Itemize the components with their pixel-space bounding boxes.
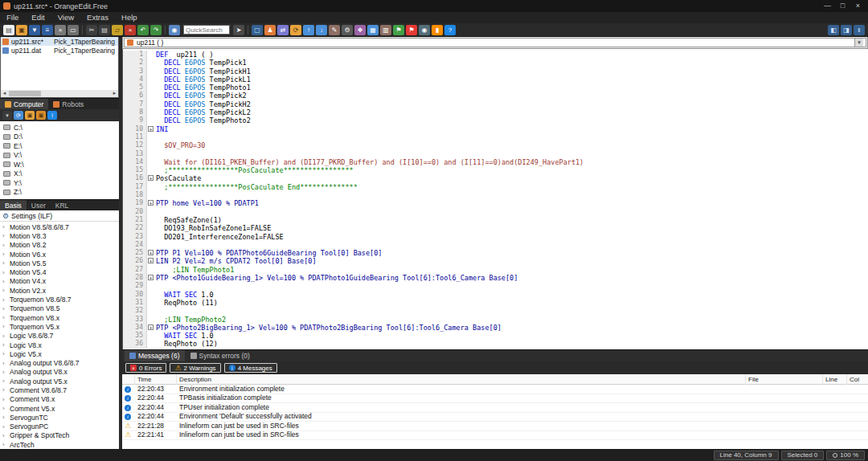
tab-basis[interactable]: Basis [0,200,27,211]
tab-user[interactable]: User [27,200,51,211]
download-icon[interactable]: ↓ [316,25,327,35]
ilf-tree-item[interactable]: ›Motion V4.x [0,277,119,286]
message-row[interactable]: ⚠22:21:28Inlineform can just be used in … [122,422,868,431]
message-row[interactable]: i22:20:44TPUser initialization complete [122,403,868,413]
cut-icon[interactable]: ✂ [86,25,97,35]
ilf-tree-item[interactable]: ›Motion V5.5 [0,259,119,267]
ilf-tree-item[interactable]: ›Gripper & SpotTech [0,431,119,440]
help-icon[interactable]: ? [444,25,456,35]
ilf-tree-item[interactable]: ›Torquemon V5.x [0,322,119,331]
scrollbar-track[interactable] [8,90,111,97]
paste-icon[interactable]: ▱ [112,25,123,35]
fold-toggle-icon[interactable]: + [148,324,154,330]
close-file-icon[interactable]: × [55,25,66,35]
ilf-tree-item[interactable]: ›Torquemon V8.5 [0,304,119,313]
scroll-left-icon[interactable]: ◄ [1,90,8,97]
fold-toggle-icon[interactable]: + [148,258,154,263]
find-icon[interactable]: ◉ [169,25,180,35]
column-header-line[interactable]: Line [823,374,847,385]
open-file-row[interactable]: up211.src*Pick_1TaperBearing [1,37,118,46]
save-all-icon[interactable]: ≡ [42,25,53,35]
menu-edit[interactable]: Edit [25,12,51,23]
ilf-tree-item[interactable]: ›Analog output V5.x [0,377,119,386]
message-row[interactable]: i22:20:44TPBasis initialization complete [122,394,868,404]
drive-item[interactable]: V:\ [0,151,119,161]
copy-icon[interactable]: ▤ [99,25,110,35]
fold-toggle-icon[interactable]: + [148,250,154,255]
fold-toggle-icon[interactable]: + [148,126,154,132]
fold-toggle-icon[interactable]: + [148,200,154,206]
menu-extras[interactable]: Extras [80,12,115,23]
folder-up-icon[interactable]: ▣ [25,111,35,120]
split-right-icon[interactable]: ◨ [841,25,852,35]
compare-files-icon[interactable]: ⇄ [277,25,289,35]
document-selector[interactable]: up211 ( ) ▾ [124,38,866,47]
ilf-tree-item[interactable]: ›Motion V2.x [0,286,119,295]
flag-green-icon[interactable]: ⚑ [393,25,404,35]
delete-icon[interactable]: × [125,25,136,35]
ilf-tree-item[interactable]: ›Torquemon V8.x [0,313,119,322]
ilf-tree-item[interactable]: ›Analog output V8.x [0,368,119,377]
menu-help[interactable]: Help [115,12,144,23]
sync-folder-icon[interactable]: ⟳ [290,25,301,35]
column-header-file[interactable]: File [746,374,823,385]
fold-toggle-icon[interactable]: + [148,175,154,181]
ilf-tree-item[interactable]: ›ServogunPC [0,422,119,431]
print-icon[interactable]: ▭ [68,25,79,35]
plugin-icon[interactable]: ❖ [354,25,366,35]
path-dropdown[interactable]: ▾ [2,111,12,120]
filter-info-button[interactable]: i4 Messages [224,363,277,373]
search-go-icon[interactable]: ➤ [233,25,244,35]
message-row[interactable]: i22:20:44Environment 'Default' successfu… [122,413,868,422]
ilf-tree-item[interactable]: ›Logic V8.x [0,341,119,349]
camera-icon[interactable]: ◉ [419,25,430,35]
filter-warning-button[interactable]: ⚠2 Warnings [170,363,220,373]
column-header-time[interactable]: Time [135,374,177,385]
monitor-icon[interactable]: ▢ [252,25,263,35]
tab-syntax[interactable]: Syntax errors (0) [186,350,255,361]
split-left-icon[interactable]: ◧ [828,25,839,35]
quicksearch-input[interactable] [183,25,230,35]
robot-icon[interactable]: ♟ [264,25,276,35]
undo-icon[interactable]: ↶ [137,25,149,35]
chevron-down-icon[interactable]: ▾ [854,39,863,47]
ilf-tree-item[interactable]: ›Motion V6.x [0,250,119,259]
menu-file[interactable]: File [0,12,25,23]
ilf-tree-item[interactable]: ›Logic V5.x [0,349,119,358]
drive-item[interactable]: D:\ [0,133,119,142]
open-file-row[interactable]: up211.datPick_1TaperBearing [1,46,118,55]
close-button[interactable]: × [851,1,865,11]
ilf-tree-item[interactable]: ›Comment V5.x [0,404,119,413]
open-file-icon[interactable]: ▣ [16,25,27,35]
flag-red-icon[interactable]: ⚑ [406,25,417,35]
drive-item[interactable]: X:\ [0,169,119,179]
menu-view[interactable]: View [51,12,80,23]
maximize-button[interactable]: □ [836,1,850,11]
ilf-tree-item[interactable]: ›ServogunTC [0,413,119,422]
new-file-icon[interactable]: ▤ [3,25,14,35]
new-folder-icon[interactable]: ▣ [36,111,46,120]
ilf-tree-item[interactable]: ›Comment V8.6/8.7 [0,386,119,394]
ilf-tree-item[interactable]: ›Motion V8.3 [0,231,119,240]
cursor-position[interactable]: Line 40, Column 9 [714,451,779,460]
ilf-tree-item[interactable]: ›Torquemon V8.6/8.7 [0,295,119,304]
tab-krl[interactable]: KRL [51,200,74,211]
info-icon[interactable]: i [47,111,57,120]
ilf-tree-item[interactable]: ›ArcTech [0,440,119,449]
manual-icon[interactable]: ▥ [380,25,391,35]
tab-robots[interactable]: Robots [48,99,88,110]
drive-item[interactable]: C:\ [0,123,119,133]
settings-gear-icon[interactable]: ⚙ [342,25,353,35]
ilf-tree-item[interactable]: ›Motion V8.5/8.6/8.7 [0,222,119,231]
code-editor[interactable]: 1DEF up211 ( )2 DECL E6POS TempPick13 DE… [122,49,868,349]
scrollbar-thumb[interactable] [9,91,41,96]
message-row[interactable]: i22:20:43Environment initialization comp… [122,385,868,394]
redo-icon[interactable]: ↷ [150,25,162,35]
ilf-tree-item[interactable]: ›Motion V8.2 [0,241,119,250]
drive-item[interactable]: Z:\ [0,188,119,198]
fold-toggle-icon[interactable]: + [148,275,154,280]
minimize-button[interactable]: — [821,1,834,11]
ilf-tree-item[interactable]: ›Logic V8.6/8.7 [0,332,119,341]
ilf-tree-item[interactable]: ›Analog output V8.6/8.7 [0,358,119,367]
tab-messages[interactable]: Messages (6) [125,350,185,361]
